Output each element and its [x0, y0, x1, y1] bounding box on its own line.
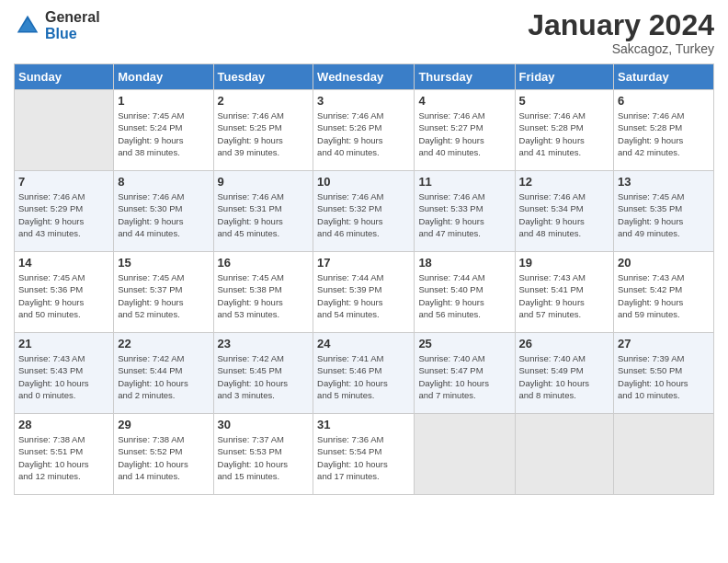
day-info: Sunrise: 7:46 AM Sunset: 5:31 PM Dayligh… — [218, 190, 310, 239]
day-number: 2 — [218, 94, 310, 108]
calendar-cell: 18Sunrise: 7:44 AM Sunset: 5:40 PM Dayli… — [415, 252, 515, 333]
calendar-cell: 27Sunrise: 7:39 AM Sunset: 5:50 PM Dayli… — [614, 333, 714, 414]
day-info: Sunrise: 7:42 AM Sunset: 5:45 PM Dayligh… — [218, 352, 310, 401]
month-title: January 2024 — [528, 9, 714, 41]
day-info: Sunrise: 7:38 AM Sunset: 5:52 PM Dayligh… — [118, 433, 209, 482]
week-row-2: 7Sunrise: 7:46 AM Sunset: 5:29 PM Daylig… — [15, 171, 714, 252]
day-info: Sunrise: 7:42 AM Sunset: 5:44 PM Dayligh… — [118, 352, 209, 401]
day-header-row: SundayMondayTuesdayWednesdayThursdayFrid… — [15, 64, 714, 90]
calendar-cell: 16Sunrise: 7:45 AM Sunset: 5:38 PM Dayli… — [213, 252, 313, 333]
day-info: Sunrise: 7:40 AM Sunset: 5:49 PM Dayligh… — [519, 352, 610, 401]
day-number: 21 — [18, 337, 109, 350]
calendar-cell: 24Sunrise: 7:41 AM Sunset: 5:46 PM Dayli… — [313, 333, 415, 414]
day-header-saturday: Saturday — [614, 64, 714, 90]
week-row-3: 14Sunrise: 7:45 AM Sunset: 5:36 PM Dayli… — [15, 252, 714, 333]
calendar-cell: 13Sunrise: 7:45 AM Sunset: 5:35 PM Dayli… — [614, 171, 714, 252]
calendar-cell: 14Sunrise: 7:45 AM Sunset: 5:36 PM Dayli… — [15, 252, 114, 333]
day-header-thursday: Thursday — [415, 64, 515, 90]
day-number: 16 — [218, 256, 310, 270]
calendar-cell: 3Sunrise: 7:46 AM Sunset: 5:26 PM Daylig… — [313, 90, 415, 171]
day-info: Sunrise: 7:45 AM Sunset: 5:36 PM Dayligh… — [18, 271, 109, 320]
day-header-tuesday: Tuesday — [213, 64, 313, 90]
day-number: 11 — [418, 175, 510, 189]
logo-blue: Blue — [45, 26, 100, 42]
calendar-cell: 31Sunrise: 7:36 AM Sunset: 5:54 PM Dayli… — [313, 414, 415, 495]
day-header-wednesday: Wednesday — [313, 64, 415, 90]
day-number: 8 — [118, 175, 209, 189]
calendar-cell: 10Sunrise: 7:46 AM Sunset: 5:32 PM Dayli… — [313, 171, 415, 252]
day-number: 22 — [118, 337, 209, 350]
day-info: Sunrise: 7:45 AM Sunset: 5:37 PM Dayligh… — [118, 271, 209, 320]
day-info: Sunrise: 7:44 AM Sunset: 5:39 PM Dayligh… — [317, 271, 410, 320]
calendar-cell: 6Sunrise: 7:46 AM Sunset: 5:28 PM Daylig… — [614, 90, 714, 171]
calendar-cell — [15, 90, 114, 171]
day-number: 30 — [218, 418, 310, 431]
day-number: 12 — [519, 175, 610, 189]
day-number: 15 — [118, 256, 209, 270]
day-number: 5 — [519, 94, 610, 108]
day-info: Sunrise: 7:46 AM Sunset: 5:32 PM Dayligh… — [317, 190, 410, 239]
day-number: 17 — [317, 256, 410, 270]
calendar-cell — [415, 414, 515, 495]
day-info: Sunrise: 7:43 AM Sunset: 5:42 PM Dayligh… — [618, 271, 710, 320]
calendar-body: 1Sunrise: 7:45 AM Sunset: 5:24 PM Daylig… — [15, 90, 714, 495]
day-number: 19 — [519, 256, 610, 270]
day-number: 6 — [618, 94, 710, 108]
day-info: Sunrise: 7:45 AM Sunset: 5:35 PM Dayligh… — [618, 190, 710, 239]
calendar-cell: 25Sunrise: 7:40 AM Sunset: 5:47 PM Dayli… — [415, 333, 515, 414]
day-header-friday: Friday — [515, 64, 614, 90]
calendar-cell — [515, 414, 614, 495]
day-number: 9 — [218, 175, 310, 189]
day-number: 3 — [317, 94, 410, 108]
calendar-cell: 12Sunrise: 7:46 AM Sunset: 5:34 PM Dayli… — [515, 171, 614, 252]
day-number: 24 — [317, 337, 410, 350]
day-number: 31 — [317, 418, 410, 431]
calendar-cell — [614, 414, 714, 495]
day-info: Sunrise: 7:37 AM Sunset: 5:53 PM Dayligh… — [218, 433, 310, 482]
day-info: Sunrise: 7:46 AM Sunset: 5:26 PM Dayligh… — [317, 109, 410, 158]
calendar-cell: 2Sunrise: 7:46 AM Sunset: 5:25 PM Daylig… — [213, 90, 313, 171]
calendar-cell: 21Sunrise: 7:43 AM Sunset: 5:43 PM Dayli… — [15, 333, 114, 414]
calendar-cell: 23Sunrise: 7:42 AM Sunset: 5:45 PM Dayli… — [213, 333, 313, 414]
day-info: Sunrise: 7:41 AM Sunset: 5:46 PM Dayligh… — [317, 352, 410, 401]
calendar-table: SundayMondayTuesdayWednesdayThursdayFrid… — [14, 63, 714, 495]
calendar-cell: 30Sunrise: 7:37 AM Sunset: 5:53 PM Dayli… — [213, 414, 313, 495]
day-info: Sunrise: 7:46 AM Sunset: 5:28 PM Dayligh… — [519, 109, 610, 158]
day-number: 1 — [118, 94, 209, 108]
logo-general: General — [45, 9, 100, 26]
calendar-cell: 7Sunrise: 7:46 AM Sunset: 5:29 PM Daylig… — [15, 171, 114, 252]
calendar-cell: 11Sunrise: 7:46 AM Sunset: 5:33 PM Dayli… — [415, 171, 515, 252]
day-header-monday: Monday — [114, 64, 213, 90]
calendar-cell: 5Sunrise: 7:46 AM Sunset: 5:28 PM Daylig… — [515, 90, 614, 171]
day-number: 4 — [418, 94, 510, 108]
day-info: Sunrise: 7:44 AM Sunset: 5:40 PM Dayligh… — [418, 271, 510, 320]
calendar-cell: 4Sunrise: 7:46 AM Sunset: 5:27 PM Daylig… — [415, 90, 515, 171]
logo-text: General Blue — [45, 9, 100, 41]
day-info: Sunrise: 7:46 AM Sunset: 5:28 PM Dayligh… — [618, 109, 710, 158]
day-number: 28 — [18, 418, 109, 431]
day-info: Sunrise: 7:46 AM Sunset: 5:27 PM Dayligh… — [418, 109, 510, 158]
day-info: Sunrise: 7:36 AM Sunset: 5:54 PM Dayligh… — [317, 433, 410, 482]
location-subtitle: Sakcagoz, Turkey — [528, 41, 714, 56]
calendar-cell: 22Sunrise: 7:42 AM Sunset: 5:44 PM Dayli… — [114, 333, 213, 414]
day-number: 29 — [118, 418, 209, 431]
week-row-1: 1Sunrise: 7:45 AM Sunset: 5:24 PM Daylig… — [15, 90, 714, 171]
day-info: Sunrise: 7:46 AM Sunset: 5:25 PM Dayligh… — [218, 109, 310, 158]
day-info: Sunrise: 7:39 AM Sunset: 5:50 PM Dayligh… — [618, 352, 710, 401]
day-number: 23 — [218, 337, 310, 350]
day-number: 13 — [618, 175, 710, 189]
calendar-cell: 9Sunrise: 7:46 AM Sunset: 5:31 PM Daylig… — [213, 171, 313, 252]
calendar-cell: 19Sunrise: 7:43 AM Sunset: 5:41 PM Dayli… — [515, 252, 614, 333]
calendar-cell: 29Sunrise: 7:38 AM Sunset: 5:52 PM Dayli… — [114, 414, 213, 495]
calendar-cell: 17Sunrise: 7:44 AM Sunset: 5:39 PM Dayli… — [313, 252, 415, 333]
day-info: Sunrise: 7:45 AM Sunset: 5:38 PM Dayligh… — [218, 271, 310, 320]
calendar-cell: 8Sunrise: 7:46 AM Sunset: 5:30 PM Daylig… — [114, 171, 213, 252]
day-info: Sunrise: 7:45 AM Sunset: 5:24 PM Dayligh… — [118, 109, 209, 158]
day-number: 14 — [18, 256, 109, 270]
day-number: 25 — [418, 337, 510, 350]
day-number: 20 — [618, 256, 710, 270]
day-number: 7 — [18, 175, 109, 189]
week-row-5: 28Sunrise: 7:38 AM Sunset: 5:51 PM Dayli… — [15, 414, 714, 495]
day-info: Sunrise: 7:43 AM Sunset: 5:43 PM Dayligh… — [18, 352, 109, 401]
day-info: Sunrise: 7:46 AM Sunset: 5:29 PM Dayligh… — [18, 190, 109, 239]
